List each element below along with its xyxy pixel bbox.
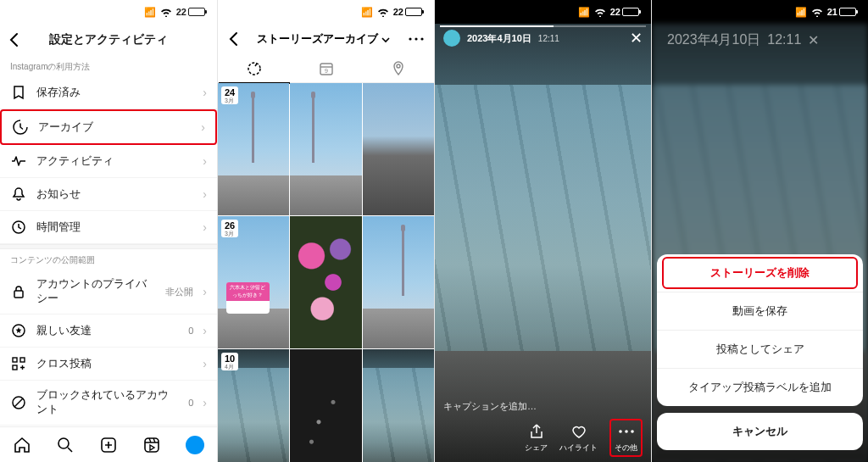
- archive-item[interactable]: Stories: [363, 349, 434, 462]
- more-icon[interactable]: [409, 37, 424, 41]
- story-time: 12:11: [767, 32, 801, 47]
- clock-icon: [10, 219, 27, 236]
- svg-rect-5: [13, 365, 17, 370]
- row-activity[interactable]: アクティビティ ›: [0, 145, 217, 178]
- chevron-right-icon: ›: [203, 154, 207, 168]
- highlight-button[interactable]: ハイライト: [559, 422, 598, 454]
- status-bar: 📶 22: [0, 0, 217, 24]
- signal-icon: 📶: [578, 7, 590, 18]
- chevron-right-icon: ›: [203, 187, 207, 201]
- chevron-right-icon: ›: [203, 324, 207, 337]
- row-crosspost[interactable]: クロス投稿 ›: [0, 348, 217, 381]
- row-blocked[interactable]: ブロックされているアカウント 0 ›: [0, 381, 217, 426]
- svg-point-13: [420, 37, 423, 40]
- close-button[interactable]: ✕: [808, 32, 819, 48]
- create-icon[interactable]: [99, 436, 118, 454]
- star-circle-icon: [10, 322, 27, 339]
- row-saved[interactable]: 保存済み ›: [0, 76, 217, 109]
- svg-point-18: [619, 430, 622, 433]
- row-time[interactable]: 時間管理 ›: [0, 211, 217, 244]
- sheet-tieup-label[interactable]: タイアップ投稿ラベルを追加: [657, 369, 863, 406]
- bottom-nav: [0, 426, 217, 462]
- archive-item[interactable]: 243月: [218, 83, 289, 215]
- battery-indicator: 22: [176, 7, 205, 17]
- archive-item[interactable]: [290, 216, 361, 348]
- settings-screen: 📶 22 設定とアクティビティ Instagramの利用方法 保存済み › アー…: [0, 0, 217, 462]
- svg-point-14: [248, 63, 260, 75]
- more-icon: [617, 422, 636, 441]
- archive-item[interactable]: [363, 216, 434, 348]
- row-privacy[interactable]: アカウントのプライバシー 非公開 ›: [0, 270, 217, 314]
- date-badge: 104月: [221, 353, 238, 370]
- battery-indicator: 22: [393, 7, 422, 17]
- status-bar: 📶 22: [218, 0, 434, 24]
- share-button[interactable]: シェア: [525, 422, 548, 454]
- archive-item[interactable]: [290, 83, 361, 215]
- battery-indicator: 21: [827, 7, 856, 17]
- search-icon[interactable]: [56, 436, 75, 454]
- chevron-right-icon: ›: [201, 120, 205, 134]
- signal-icon: 📶: [795, 7, 807, 18]
- svg-rect-3: [13, 358, 17, 362]
- chevron-right-icon: ›: [203, 86, 207, 99]
- svg-point-19: [625, 430, 628, 433]
- back-button[interactable]: [8, 32, 19, 47]
- battery-indicator: 22: [610, 7, 639, 17]
- archive-item[interactable]: [363, 83, 434, 215]
- svg-point-17: [397, 64, 400, 68]
- caption-input[interactable]: キャプションを追加…: [443, 400, 537, 413]
- chevron-right-icon: ›: [203, 220, 207, 234]
- svg-point-8: [58, 438, 69, 448]
- tab-calendar[interactable]: 9: [316, 58, 337, 79]
- sheet-share-as-post[interactable]: 投稿としてシェア: [657, 331, 863, 369]
- sheet-cancel[interactable]: キャンセル: [657, 413, 863, 450]
- story-header: 2023年4月10日 12:11 ✕: [435, 25, 651, 51]
- tab-location[interactable]: [388, 58, 409, 79]
- svg-point-11: [409, 37, 411, 40]
- story-date: 2023年4月10日: [467, 32, 531, 45]
- activity-icon: [10, 153, 27, 170]
- story-action-sheet-screen: 📶 21 2023年4月10日 12:11 ✕ ストーリーズを削除 動画を保存 …: [651, 0, 868, 462]
- sheet-delete-story[interactable]: ストーリーズを削除: [657, 254, 863, 292]
- home-icon[interactable]: [13, 436, 31, 454]
- chevron-right-icon: ›: [203, 285, 207, 298]
- bookmark-icon: [10, 84, 27, 101]
- svg-text:9: 9: [325, 68, 328, 74]
- sheet-save-video[interactable]: 動画を保存: [657, 292, 863, 331]
- archive-item[interactable]: 104月: [218, 349, 289, 462]
- signal-icon: 📶: [361, 7, 373, 18]
- archive-screen: 📶 22 ストーリーズアーカイブ 9 243月 六本木と汐留どっちが好き？ 26…: [217, 0, 434, 462]
- archive-icon: [12, 119, 29, 136]
- status-bar: 📶 21: [652, 0, 868, 24]
- reels-icon[interactable]: [142, 436, 161, 454]
- row-close-friends[interactable]: 親しい友達 0 ›: [0, 314, 217, 348]
- archive-header: ストーリーズアーカイブ: [218, 24, 434, 54]
- chevron-right-icon: ›: [203, 396, 207, 409]
- header: 設定とアクティビティ: [0, 24, 217, 56]
- avatar[interactable]: [443, 30, 460, 47]
- chevron-right-icon: ›: [203, 357, 207, 370]
- back-button[interactable]: [228, 31, 238, 47]
- archive-item[interactable]: [290, 349, 361, 462]
- crosspost-icon: [10, 355, 27, 372]
- close-button[interactable]: ✕: [630, 29, 643, 47]
- wifi-icon: [594, 8, 606, 17]
- section-label: Instagramの利用方法: [0, 56, 217, 76]
- wifi-icon: [811, 8, 823, 17]
- date-badge: 263月: [221, 220, 238, 237]
- row-notifications[interactable]: お知らせ ›: [0, 178, 217, 211]
- tab-reel[interactable]: [244, 58, 264, 79]
- status-bar: 📶 22: [435, 0, 651, 24]
- block-icon: [10, 394, 27, 411]
- page-title: 設定とアクティビティ: [49, 32, 168, 47]
- share-icon: [527, 422, 546, 441]
- archive-item[interactable]: 六本木と汐留どっちが好き？ 263月: [218, 216, 289, 348]
- action-sheet: ストーリーズを削除 動画を保存 投稿としてシェア タイアップ投稿ラベルを追加 キ…: [657, 254, 863, 457]
- archive-title[interactable]: ストーリーズアーカイブ: [257, 31, 390, 47]
- signal-icon: 📶: [144, 7, 156, 18]
- more-button[interactable]: その他: [609, 419, 643, 457]
- wifi-icon: [377, 8, 389, 17]
- row-archive[interactable]: アーカイブ ›: [0, 109, 217, 145]
- section-label: コンテンツの公開範囲: [0, 249, 217, 270]
- profile-avatar[interactable]: [186, 436, 204, 454]
